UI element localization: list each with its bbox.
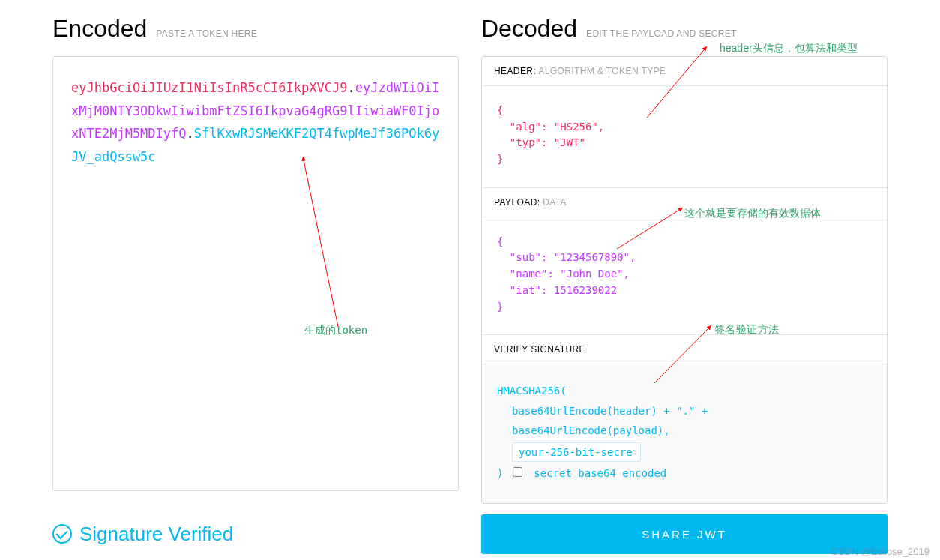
payload-json-text: { "sub": "1234567890", "name": "John Doe… [497, 234, 872, 315]
header-json-editor[interactable]: { "alg": "HS256", "typ": "JWT" } [482, 86, 887, 188]
signature-verified-text: Signature Verified [79, 523, 233, 546]
header-json-text: { "alg": "HS256", "typ": "JWT" } [497, 103, 872, 168]
decoded-title: Decoded [481, 15, 577, 43]
decoded-box: HEADER: ALGORITHM & TOKEN TYPE { "alg": … [481, 56, 888, 504]
arrow-icon [301, 154, 391, 334]
decoded-column: Decoded EDIT THE PAYLOAD AND SECRET head… [481, 15, 888, 504]
sig-close: ) [497, 467, 510, 479]
secret-base64-checkbox[interactable] [513, 467, 522, 477]
signature-section-label: VERIFY SIGNATURE 签名验证方法 [482, 335, 887, 364]
signature-body: HMACSHA256( base64UrlEncode(header) + ".… [482, 364, 887, 502]
sig-fn-name: HMACSHA256( [497, 381, 872, 401]
encoded-token-box[interactable]: eyJhbGciOiJIUzI1NiIsInR5cCI6IkpXVCJ9.eyJ… [52, 56, 459, 491]
secret-input[interactable] [512, 442, 641, 462]
encoded-column: Encoded PASTE A TOKEN HERE eyJhbGciOiJIU… [52, 15, 459, 504]
encoded-subtitle: PASTE A TOKEN HERE [156, 28, 257, 39]
signature-verified-badge: Signature Verified [52, 523, 459, 546]
payload-json-editor[interactable]: { "sub": "1234567890", "name": "John Doe… [482, 217, 887, 335]
encoded-annotation: 生成的token [304, 321, 367, 340]
header-section-label: HEADER: ALGORITHM & TOKEN TYPE [482, 57, 887, 86]
payload-section-label: PAYLOAD: DATA [482, 188, 887, 217]
decoded-title-row: Decoded EDIT THE PAYLOAD AND SECRET [481, 15, 888, 43]
sig-line1: base64UrlEncode(header) + "." + [497, 401, 872, 421]
jwt-dot: . [347, 80, 355, 95]
check-circle-icon [52, 524, 72, 544]
watermark-text: CSDN @Eclipse_2019 [831, 546, 930, 557]
decoded-subtitle: EDIT THE PAYLOAD AND SECRET [586, 28, 737, 39]
encoded-title: Encoded [52, 15, 147, 43]
jwt-header-part: eyJhbGciOiJIUzI1NiIsInR5cCI6IkpXVCJ9 [71, 80, 347, 95]
header-annotation: header头信息，包算法和类型 [720, 42, 858, 55]
encoded-title-row: Encoded PASTE A TOKEN HERE [52, 15, 459, 43]
share-jwt-button[interactable]: SHARE JWT [481, 514, 888, 554]
svg-line-0 [303, 157, 338, 327]
sig-line2: base64UrlEncode(payload), [497, 421, 872, 441]
secret-base64-label: secret base64 encoded [534, 467, 666, 479]
jwt-dot: . [187, 126, 194, 141]
